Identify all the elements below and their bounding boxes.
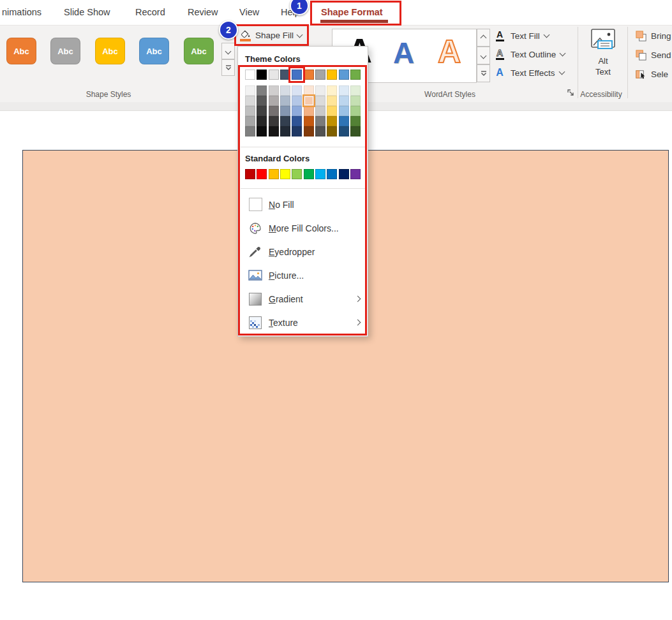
wordart-sample-orange-outline[interactable]: A: [438, 36, 461, 68]
tab-slide-show[interactable]: Slide Show: [64, 0, 110, 25]
standard-color-swatch[interactable]: [327, 169, 337, 179]
standard-color-swatch[interactable]: [350, 169, 361, 179]
shape-styles-more-button[interactable]: [221, 59, 235, 76]
shape-styles-scroll-down-button[interactable]: [221, 43, 235, 59]
wordart-sample-blue[interactable]: A: [393, 38, 414, 68]
tab-review[interactable]: Review: [188, 0, 218, 25]
variant-color-swatch[interactable]: [304, 106, 314, 116]
theme-color-swatch[interactable]: [315, 70, 325, 80]
variant-color-swatch[interactable]: [304, 96, 314, 106]
theme-color-swatch[interactable]: [257, 70, 267, 80]
variant-color-swatch[interactable]: [339, 126, 349, 137]
variant-color-swatch[interactable]: [350, 85, 361, 96]
shape-fill-button[interactable]: Shape Fill: [239, 27, 302, 44]
wordart-scroll-down-button[interactable]: [477, 47, 490, 64]
theme-color-swatch[interactable]: [339, 70, 349, 80]
menu-item-eyedropper[interactable]: Eyedropper: [238, 240, 368, 263]
variant-color-swatch[interactable]: [350, 96, 361, 106]
theme-color-swatch[interactable]: [350, 70, 361, 80]
theme-color-swatch[interactable]: [245, 70, 255, 80]
variant-color-swatch[interactable]: [292, 116, 302, 126]
variant-color-swatch[interactable]: [269, 96, 279, 106]
wordart-dialog-launcher-icon[interactable]: [567, 87, 574, 99]
variant-color-swatch[interactable]: [280, 106, 290, 116]
variant-color-swatch[interactable]: [269, 85, 279, 96]
variant-color-swatch[interactable]: [339, 96, 349, 106]
variant-color-swatch[interactable]: [339, 116, 349, 126]
variant-color-swatch[interactable]: [257, 116, 267, 126]
theme-color-swatch[interactable]: [304, 70, 314, 80]
variant-color-swatch[interactable]: [339, 106, 349, 116]
variant-color-swatch[interactable]: [327, 116, 337, 126]
variant-color-swatch[interactable]: [292, 126, 302, 137]
theme-color-swatch[interactable]: [280, 70, 290, 80]
variant-color-swatch[interactable]: [304, 116, 314, 126]
variant-color-swatch[interactable]: [245, 85, 255, 96]
menu-item-no-fill[interactable]: No Fill: [238, 193, 368, 216]
variant-color-swatch[interactable]: [269, 126, 279, 137]
standard-color-swatch[interactable]: [315, 169, 325, 179]
shape-style-swatch[interactable]: Abc: [6, 38, 36, 64]
menu-item-picture[interactable]: Picture...: [238, 263, 368, 287]
variant-color-swatch[interactable]: [280, 85, 290, 96]
variant-color-swatch[interactable]: [257, 106, 267, 116]
variant-color-swatch[interactable]: [245, 96, 255, 106]
shape-style-swatch[interactable]: Abc: [184, 38, 214, 64]
variant-color-swatch[interactable]: [245, 116, 255, 126]
variant-color-swatch[interactable]: [315, 85, 325, 96]
variant-color-swatch[interactable]: [327, 96, 337, 106]
variant-color-swatch[interactable]: [245, 106, 255, 116]
standard-color-swatch[interactable]: [245, 169, 255, 179]
menu-item-more-fill-colors[interactable]: More Fill Colors...: [238, 216, 368, 240]
variant-color-swatch[interactable]: [292, 96, 302, 106]
standard-color-swatch[interactable]: [304, 169, 314, 179]
variant-color-swatch[interactable]: [327, 106, 337, 116]
variant-color-swatch[interactable]: [257, 85, 267, 96]
variant-color-swatch[interactable]: [350, 116, 361, 126]
button-sele[interactable]: Sele: [635, 67, 668, 81]
variant-color-swatch[interactable]: [315, 126, 325, 137]
button-text-fill[interactable]: AText Fill: [493, 28, 549, 43]
variant-color-swatch[interactable]: [292, 85, 302, 96]
variant-color-swatch[interactable]: [280, 96, 290, 106]
variant-color-swatch[interactable]: [339, 85, 349, 96]
standard-color-swatch[interactable]: [257, 169, 267, 179]
variant-color-swatch[interactable]: [292, 106, 302, 116]
variant-color-swatch[interactable]: [280, 126, 290, 137]
variant-color-swatch[interactable]: [269, 116, 279, 126]
button-text-outline[interactable]: AText Outline: [493, 47, 565, 62]
variant-color-swatch[interactable]: [350, 126, 361, 137]
variant-color-swatch[interactable]: [257, 96, 267, 106]
tab-nimations[interactable]: nimations: [2, 0, 41, 25]
standard-color-swatch[interactable]: [292, 169, 302, 179]
variant-color-swatch[interactable]: [315, 96, 325, 106]
shape-style-swatch[interactable]: Abc: [139, 38, 169, 64]
standard-color-swatch[interactable]: [339, 169, 349, 179]
button-text-effects[interactable]: AText Effects: [493, 65, 564, 80]
variant-color-swatch[interactable]: [315, 106, 325, 116]
variant-color-swatch[interactable]: [304, 126, 314, 137]
tab-record[interactable]: Record: [135, 0, 165, 25]
standard-color-swatch[interactable]: [269, 169, 279, 179]
theme-color-swatch[interactable]: [269, 70, 279, 80]
theme-color-swatch[interactable]: [292, 70, 302, 80]
wordart-more-button[interactable]: [477, 64, 490, 82]
variant-color-swatch[interactable]: [269, 106, 279, 116]
variant-color-swatch[interactable]: [327, 85, 337, 96]
shape-style-swatch[interactable]: Abc: [50, 38, 80, 64]
theme-color-swatch[interactable]: [327, 70, 337, 80]
variant-color-swatch[interactable]: [280, 116, 290, 126]
menu-item-gradient[interactable]: Gradient: [238, 287, 368, 311]
menu-item-texture[interactable]: Texture: [238, 311, 368, 334]
standard-color-swatch[interactable]: [280, 169, 290, 179]
variant-color-swatch[interactable]: [327, 126, 337, 137]
variant-color-swatch[interactable]: [315, 116, 325, 126]
variant-color-swatch[interactable]: [304, 85, 314, 96]
tab-view[interactable]: View: [239, 0, 259, 25]
alt-text-button[interactable]: Alt Text: [584, 28, 622, 77]
shape-style-swatch[interactable]: Abc: [95, 38, 125, 64]
variant-color-swatch[interactable]: [257, 126, 267, 137]
variant-color-swatch[interactable]: [350, 106, 361, 116]
variant-color-swatch[interactable]: [245, 126, 255, 137]
button-bring[interactable]: Bring: [635, 29, 671, 43]
